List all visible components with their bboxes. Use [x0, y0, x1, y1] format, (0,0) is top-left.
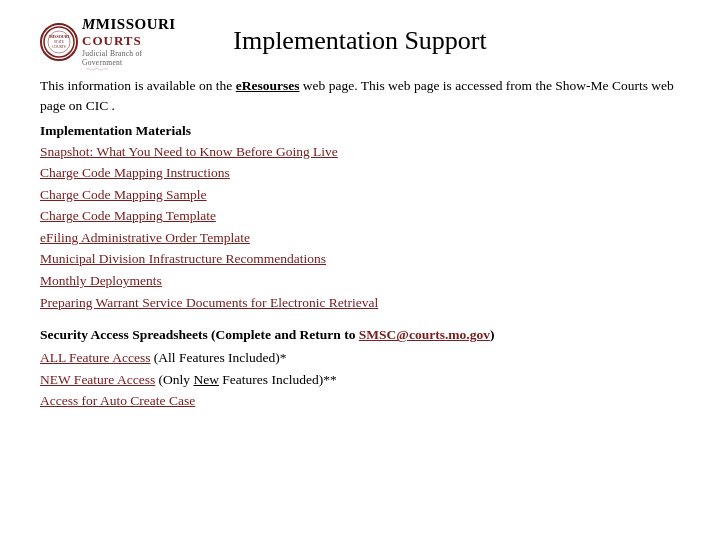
page-container: MISSOURI STATE COURTS MMISSOURI COURTS J…	[0, 0, 720, 540]
link-all-feature-access[interactable]: ALL Feature Access	[40, 350, 150, 365]
logo-missouri-text: MISSOURI	[96, 16, 176, 32]
all-feature-access-line: ALL Feature Access (All Features Include…	[40, 347, 680, 369]
logo-text-area: MMISSOURI COURTS Judicial Branch of Gove…	[82, 16, 176, 67]
intro-text-1: This information is available on the	[40, 78, 236, 93]
logo-missouri: MMISSOURI	[82, 16, 176, 33]
link-charge-code-mapping-sample[interactable]: Charge Code Mapping Sample	[40, 184, 680, 206]
link-efiling-admin-order[interactable]: eFiling Administrative Order Template	[40, 227, 680, 249]
security-heading-end: )	[490, 327, 495, 342]
auto-create-case-line: Access for Auto Create Case	[40, 390, 680, 412]
logo-box: MISSOURI STATE COURTS MMISSOURI COURTS J…	[40, 16, 160, 71]
logo-m-letter: M	[82, 16, 96, 32]
seal-circle: MISSOURI STATE COURTS	[40, 23, 78, 61]
implementation-materials-heading: Implementation Materials	[40, 123, 680, 139]
link-monthly-deployments[interactable]: Monthly Deployments	[40, 270, 680, 292]
svg-text:STATE: STATE	[54, 40, 64, 44]
logo-area: MISSOURI STATE COURTS MMISSOURI COURTS J…	[40, 16, 160, 71]
security-section: Security Access Spreadsheets (Complete a…	[40, 327, 680, 412]
header-area: MISSOURI STATE COURTS MMISSOURI COURTS J…	[40, 16, 680, 68]
security-email-link[interactable]: SMSC@courts.mo.gov	[359, 327, 490, 342]
seal-svg: MISSOURI STATE COURTS	[42, 25, 76, 59]
link-charge-code-mapping-instructions[interactable]: Charge Code Mapping Instructions	[40, 162, 680, 184]
logo-courts-text: COURTS	[82, 33, 176, 49]
implementation-materials-section: Implementation Materials Snapshot: What …	[40, 123, 680, 314]
link-preparing-warrant[interactable]: Preparing Warrant Service Documents for …	[40, 292, 680, 314]
link-new-feature-access[interactable]: NEW Feature Access	[40, 372, 155, 387]
eresources-text: eResourses	[236, 78, 300, 93]
new-feature-text-1: (Only	[155, 372, 193, 387]
all-feature-text: (All Features Included)*	[150, 350, 286, 365]
security-heading: Security Access Spreadsheets (Complete a…	[40, 327, 680, 343]
svg-text:MISSOURI: MISSOURI	[49, 34, 70, 39]
link-charge-code-mapping-template[interactable]: Charge Code Mapping Template	[40, 205, 680, 227]
logo-seal: MISSOURI STATE COURTS MMISSOURI COURTS J…	[40, 16, 176, 67]
svg-text:COURTS: COURTS	[52, 45, 66, 49]
security-heading-text: Security Access Spreadsheets (Complete a…	[40, 327, 359, 342]
link-auto-create-case[interactable]: Access for Auto Create Case	[40, 393, 195, 408]
new-feature-text-2: Features Included)**	[219, 372, 337, 387]
logo-subtitle-text: Judicial Branch of Government	[82, 49, 176, 67]
new-feature-access-line: NEW Feature Access (Only New Features In…	[40, 369, 680, 391]
new-word-underline: New	[193, 372, 219, 387]
link-municipal-division[interactable]: Municipal Division Infrastructure Recomm…	[40, 248, 680, 270]
logo-decoration-svg	[40, 67, 155, 71]
link-snapshot[interactable]: Snapshot: What You Need to Know Before G…	[40, 141, 680, 163]
page-title: Implementation Support	[233, 26, 486, 56]
intro-paragraph: This information is available on the eRe…	[40, 76, 680, 117]
